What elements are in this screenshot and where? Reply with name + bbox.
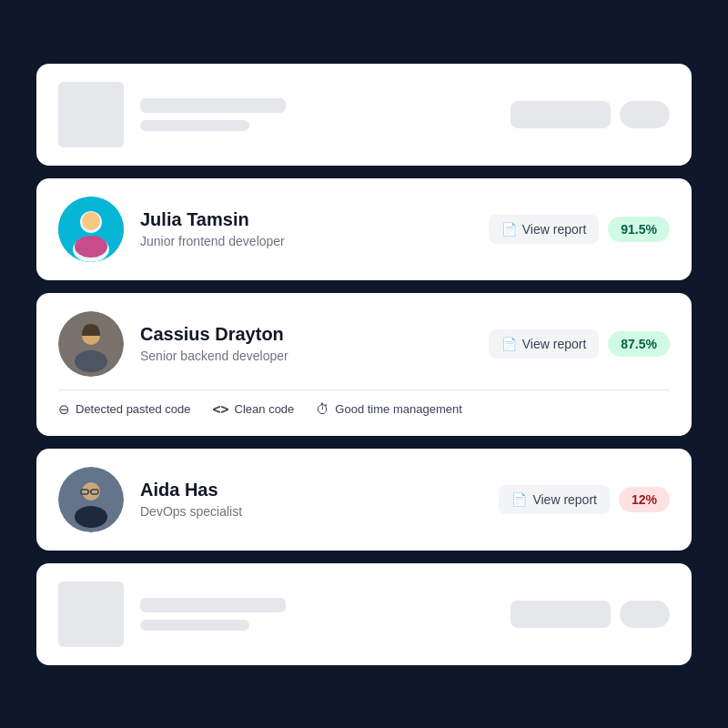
julia-score-badge: 91.5%: [608, 217, 670, 242]
doc-icon-cassius: 📄: [501, 337, 517, 351]
avatar-cassius: [58, 311, 124, 377]
julia-name: Julia Tamsin: [140, 209, 472, 230]
tag-clean-code: <> Clean code: [212, 401, 294, 418]
skeleton-btn2-bottom: [620, 601, 670, 628]
skeleton-avatar: [58, 82, 124, 147]
cassius-main-row: Cassius Drayton Senior backend developer…: [58, 311, 670, 377]
svg-point-10: [75, 506, 107, 528]
avatar-aida: [58, 467, 124, 532]
aida-view-report-label: View report: [532, 492, 597, 507]
svg-point-7: [75, 350, 107, 372]
julia-role: Junior frontend developer: [140, 234, 472, 248]
aida-name: Aida Has: [140, 480, 482, 500]
skeleton-avatar-bottom: [58, 581, 124, 647]
aida-actions: 📄 View report 12%: [499, 485, 670, 514]
skeleton-row: [58, 82, 670, 147]
aida-view-report-button[interactable]: 📄 View report: [499, 485, 610, 514]
svg-point-3: [82, 212, 100, 230]
user-info-cassius: Cassius Drayton Senior backend developer: [140, 324, 472, 363]
skeleton-row-bottom: [58, 581, 670, 647]
tag-pasted-code-label: Detected pasted code: [76, 402, 190, 416]
skeleton-info-bottom: [140, 598, 494, 631]
paste-icon: ⊖: [58, 401, 70, 418]
tag-good-time-management: ⏱ Good time management: [316, 401, 461, 417]
skeleton-role: [140, 120, 249, 131]
julia-view-report-button[interactable]: 📄 View report: [489, 215, 600, 244]
tag-detected-pasted-code: ⊖ Detected pasted code: [58, 401, 190, 418]
doc-icon: 📄: [501, 222, 517, 237]
skeleton-btn2: [620, 101, 670, 128]
user-info-julia: Julia Tamsin Junior frontend developer: [140, 209, 472, 248]
tag-clean-code-label: Clean code: [235, 402, 295, 416]
svg-point-4: [75, 236, 107, 258]
aida-avatar-img: [58, 467, 124, 532]
skeleton-btn1-bottom: [511, 601, 611, 628]
aida-main-row: Aida Has DevOps specialist 📄 View report…: [58, 467, 670, 532]
cassius-tags-row: ⊖ Detected pasted code <> Clean code ⏱ G…: [58, 401, 670, 418]
skeleton-name: [140, 98, 286, 113]
skeleton-actions: [511, 101, 670, 128]
skeleton-role-bottom: [140, 620, 249, 631]
avatar-julia: [58, 197, 124, 262]
user-card-cassius: Cassius Drayton Senior backend developer…: [36, 293, 692, 436]
julia-actions: 📄 View report 91.5%: [489, 215, 670, 244]
skeleton-btn1: [511, 101, 611, 128]
aida-role: DevOps specialist: [140, 504, 482, 519]
aida-score-badge: 12%: [619, 487, 670, 512]
user-info-aida: Aida Has DevOps specialist: [140, 480, 482, 519]
timer-icon: ⏱: [316, 401, 329, 417]
code-icon: <>: [212, 401, 228, 418]
doc-icon-aida: 📄: [511, 492, 527, 507]
cassius-name: Cassius Drayton: [140, 324, 472, 345]
tag-time-management-label: Good time management: [335, 402, 461, 416]
user-card-julia: Julia Tamsin Junior frontend developer 📄…: [36, 178, 692, 280]
skeleton-actions-bottom: [511, 601, 670, 628]
card-main-row: Julia Tamsin Junior frontend developer 📄…: [58, 197, 670, 262]
julia-avatar-img: [58, 197, 124, 262]
cassius-role: Senior backend developer: [140, 349, 472, 363]
cassius-view-report-button[interactable]: 📄 View report: [489, 329, 600, 359]
skeleton-card-bottom: [36, 563, 692, 665]
cassius-divider: [58, 389, 670, 390]
cassius-avatar-img: [58, 311, 124, 377]
skeleton-info: [140, 98, 494, 131]
cassius-actions: 📄 View report 87.5%: [489, 329, 670, 359]
cassius-view-report-label: View report: [522, 337, 587, 351]
julia-view-report-label: View report: [522, 222, 587, 237]
skeleton-card-top: [36, 64, 692, 166]
skeleton-name-bottom: [140, 598, 286, 612]
cassius-score-badge: 87.5%: [608, 331, 670, 357]
user-card-aida: Aida Has DevOps specialist 📄 View report…: [36, 449, 692, 551]
